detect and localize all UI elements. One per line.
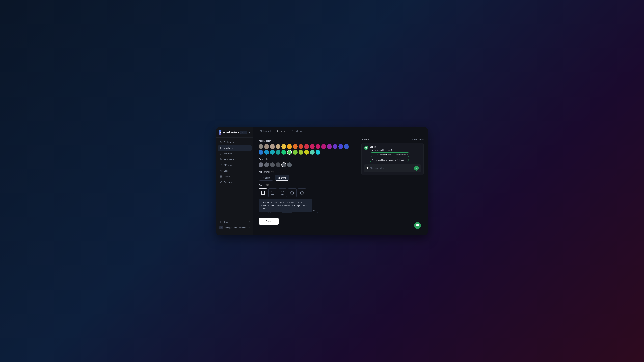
accent-swatch-26[interactable] (316, 150, 320, 155)
tab-label: Publish (295, 130, 302, 132)
accent-swatch-18[interactable] (270, 150, 275, 155)
accent-swatch-7[interactable] (298, 144, 303, 149)
accent-swatch-23[interactable] (298, 150, 303, 155)
accent-swatch-1[interactable] (264, 144, 269, 149)
suggestion-1-text: How do I create an assistant on my web? (372, 154, 406, 156)
pin-icon[interactable]: ✦ (248, 131, 250, 134)
accent-swatch-2[interactable] (270, 144, 275, 149)
sidebar-item-label: Groups (224, 175, 231, 178)
sun-icon: ☀ (262, 177, 264, 179)
sidebar-item-interfaces[interactable]: Interfaces (218, 145, 252, 151)
sidebar-item-settings[interactable]: Settings (218, 180, 252, 185)
content-area: Accent color i Gray color i Appearance (253, 135, 428, 235)
accent-swatch-6[interactable] (293, 144, 298, 149)
svg-point-12 (220, 182, 221, 183)
accent-swatch-3[interactable] (276, 144, 280, 149)
accent-swatch-12[interactable] (327, 144, 332, 149)
svg-rect-4 (221, 148, 222, 149)
appearance-label: Appearance (258, 171, 270, 173)
chat-suggestions: How do I create an assistant on my web? … (370, 152, 410, 162)
accent-swatch-20[interactable] (282, 150, 286, 155)
interfaces-icon (219, 147, 222, 149)
accent-swatch-5[interactable] (287, 144, 292, 149)
sidebar-item-groups[interactable]: Groups (218, 174, 252, 179)
accent-swatch-15[interactable] (344, 144, 349, 149)
radius-full-button[interactable] (298, 188, 306, 197)
sidebar-item-ai-providers[interactable]: AI Providers (218, 157, 252, 162)
groups-icon (219, 175, 222, 178)
chat-floating-button[interactable]: 💬 (414, 222, 421, 229)
external-link-icon: ↗ (248, 221, 250, 223)
accent-swatch-8[interactable] (304, 144, 309, 149)
suggestion-2[interactable]: Where can I find my OpenAI's API key? ↗ (370, 158, 408, 162)
svg-rect-3 (220, 148, 220, 149)
radius-none-button[interactable] (258, 188, 267, 197)
gray-swatch-1[interactable] (264, 162, 269, 167)
publish-icon: ⬆ (292, 130, 294, 132)
accent-swatch-24[interactable] (304, 150, 309, 155)
gray-swatch-3[interactable] (276, 162, 280, 167)
reset-thread-button[interactable]: ↺ Reset thread (410, 138, 424, 141)
sidebar-bottom: Docs ↗ V vaida@superinterface.ai ≡ (216, 218, 253, 232)
docs-icon (219, 221, 222, 223)
reset-label: Reset thread (412, 138, 424, 141)
bot-avatar (364, 146, 368, 150)
tab-publish[interactable]: ⬆ Publish (290, 127, 304, 135)
radius-md-button[interactable] (278, 188, 287, 197)
chat-send-button[interactable]: ↑ (414, 166, 419, 171)
user-item[interactable]: V vaida@superinterface.ai ≡ (218, 225, 252, 231)
gray-color-info[interactable]: i (270, 158, 272, 160)
preview-panel: Preview ↺ Reset thread (357, 135, 428, 235)
accent-swatch-4[interactable] (282, 144, 286, 149)
user-avatar: V (219, 226, 223, 229)
tab-theme[interactable]: ◉ Theme (274, 127, 289, 135)
accent-swatch-19[interactable] (276, 150, 280, 155)
sidebar-item-api-keys[interactable]: API keys (218, 162, 252, 168)
sidebar-item-threads[interactable]: Threads (218, 151, 252, 156)
accent-swatch-14[interactable] (338, 144, 343, 149)
radius-sm-button[interactable] (268, 188, 277, 197)
gray-color-grid (258, 162, 352, 167)
accent-swatch-16[interactable] (258, 150, 263, 155)
radius-lg-preview (290, 191, 294, 195)
bot-greeting: Hey, how can I help you? (370, 149, 410, 151)
chat-bubble-area: Bobby Hey, how can I help you? How do I … (370, 146, 410, 162)
accent-swatch-21[interactable] (287, 150, 292, 155)
accent-swatch-17[interactable] (264, 150, 269, 155)
accent-swatch-13[interactable] (333, 144, 338, 149)
accent-swatch-25[interactable] (310, 150, 314, 155)
radius-lg-button[interactable] (288, 188, 296, 197)
sidebar-item-assistants[interactable]: Assistants (218, 140, 252, 145)
gray-swatch-0[interactable] (258, 162, 263, 167)
sidebar-nav: Assistants Interfaces Threads (216, 139, 253, 218)
appearance-info[interactable]: i (271, 171, 274, 173)
dark-mode-button[interactable]: ◑ Dark (275, 175, 289, 181)
accent-color-info[interactable]: i (272, 140, 274, 142)
radius-label: Radius (258, 184, 265, 186)
tab-general[interactable]: ⊞ General (257, 127, 273, 135)
tab-label: Theme (279, 130, 286, 132)
docs-link[interactable]: Docs ↗ (218, 219, 252, 225)
scaling-tooltip: The uniform scaling applied to the UI ac… (258, 199, 312, 212)
suggestion-1[interactable]: How do I create an assistant on my web? … (370, 152, 410, 157)
gray-swatch-4[interactable] (282, 162, 286, 167)
accent-swatch-10[interactable] (316, 144, 320, 149)
light-mode-button[interactable]: ☀ Light (258, 175, 273, 181)
sidebar-item-label: Settings (224, 181, 232, 183)
tab-bar: ⊞ General ◉ Theme ⬆ Publish (253, 127, 428, 135)
gray-swatch-2[interactable] (270, 162, 275, 167)
send-icon: ↑ (416, 167, 417, 169)
save-button[interactable]: Save (258, 218, 279, 225)
radius-info[interactable]: i (266, 184, 269, 186)
accent-swatch-9[interactable] (310, 144, 314, 149)
accent-swatch-22[interactable] (293, 150, 298, 155)
general-icon: ⊞ (260, 130, 262, 132)
chat-input-area[interactable]: 💬 Message Bobby... ↑ (364, 164, 421, 172)
gray-swatch-5[interactable] (287, 162, 292, 167)
arrow-icon-2: ↗ (405, 159, 406, 161)
bot-name: Bobby (370, 146, 410, 148)
accent-swatch-0[interactable] (258, 144, 263, 149)
message-icon: 💬 (366, 167, 369, 169)
sidebar-item-logs[interactable]: Logs (218, 168, 252, 174)
accent-swatch-11[interactable] (321, 144, 326, 149)
